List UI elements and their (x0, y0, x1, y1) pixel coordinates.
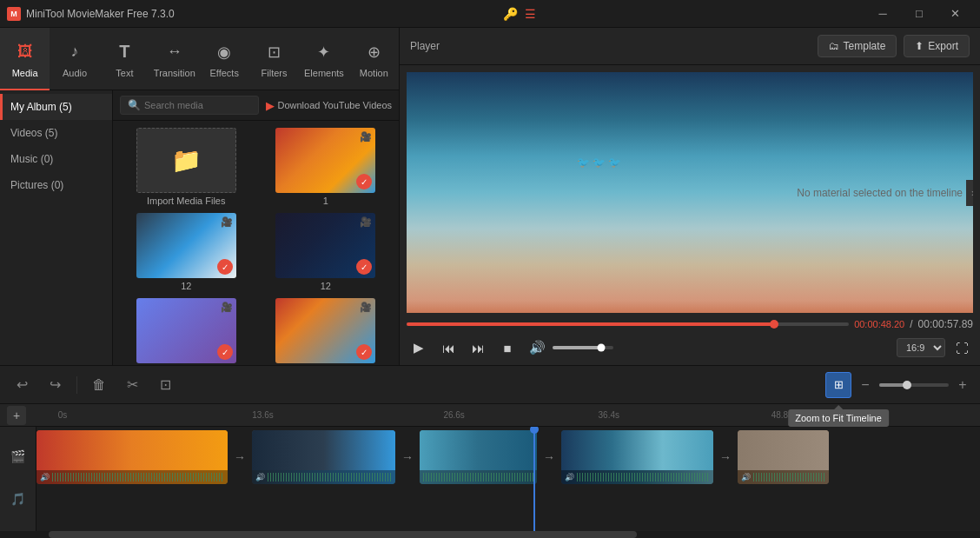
skip-to-start-button[interactable]: ⏮ (436, 335, 460, 360)
minimize-button[interactable]: ─ (865, 2, 900, 26)
right-panel: Player 🗂 Template ⬆ Export No material s… (400, 28, 980, 365)
volume-handle (598, 344, 606, 352)
audio-icon-5: 🔊 (741, 473, 751, 482)
audio-wave-5 (753, 473, 825, 482)
zoom-slider[interactable] (879, 383, 949, 387)
search-input[interactable] (144, 100, 251, 110)
audio-track-row (36, 488, 980, 514)
transition-4[interactable]: → (715, 430, 736, 484)
tab-elements[interactable]: ✦ Elements (299, 28, 348, 90)
tab-elements-label: Elements (304, 68, 344, 78)
tab-motion-label: Motion (360, 68, 388, 78)
maximize-button[interactable]: □ (902, 2, 937, 26)
media-item-partial[interactable]: 🎥 ✓ (260, 298, 393, 365)
volume-button[interactable]: 🔊 (525, 335, 549, 360)
check-badge-1: ✓ (356, 174, 372, 189)
timeline-tracks: 🎬 🎵 🔊 → 🔊 (0, 427, 980, 531)
media-item-ocean[interactable]: 🎥 ✓ 12 (260, 213, 393, 291)
label-1: 1 (323, 196, 328, 206)
volume-row: 🔊 (525, 335, 613, 360)
import-thumb: 📁 (136, 128, 236, 193)
check-badge-city: ✓ (217, 259, 233, 275)
expand-panel-button[interactable]: › (966, 180, 973, 206)
clip-4[interactable]: 🔊 (561, 430, 713, 484)
toolbar-right: ⊞ Zoom to Fit Timeline − + (825, 372, 971, 398)
import-media-item[interactable]: 📁 Import Media Files (120, 128, 253, 206)
transition-3[interactable]: → (539, 430, 560, 484)
media-item-1[interactable]: 🎥 ✓ 1 (260, 128, 393, 206)
volume-slider[interactable] (553, 346, 613, 349)
stop-button[interactable]: ■ (495, 335, 520, 360)
export-icon: ⬆ (915, 40, 924, 52)
clip-5[interactable]: 🔊 (738, 430, 829, 484)
elements-tab-icon: ✦ (312, 40, 336, 64)
main-area: 🖼 Media ♪ Audio T Text ↔ Transition ◉ Ef… (0, 28, 980, 365)
tab-filters-label: Filters (262, 68, 288, 78)
close-button[interactable]: ✕ (938, 2, 973, 26)
add-track-button[interactable]: + (7, 406, 26, 425)
left-panel: 🖼 Media ♪ Audio T Text ↔ Transition ◉ Ef… (0, 28, 400, 365)
sidebar-item-music[interactable]: Music (0) (0, 146, 112, 172)
ruler-26s: 26.6s (443, 410, 464, 420)
tab-motion[interactable]: ⊕ Motion (349, 28, 399, 90)
tab-audio[interactable]: ♪ Audio (50, 28, 99, 90)
transition-2[interactable]: → (397, 430, 418, 484)
clip-2[interactable]: 🔊 (252, 430, 395, 484)
search-icon: 🔍 (128, 99, 141, 111)
clip-4-thumb (561, 430, 713, 470)
search-box[interactable]: 🔍 (120, 96, 259, 115)
horizontal-scrollbar[interactable] (0, 531, 980, 538)
tabs-bar: 🖼 Media ♪ Audio T Text ↔ Transition ◉ Ef… (0, 28, 399, 90)
clip-1[interactable]: 🔊 (36, 430, 228, 484)
crop-button[interactable]: ⊡ (152, 372, 178, 398)
progress-bar[interactable] (407, 322, 849, 326)
delete-button[interactable]: 🗑 (86, 372, 112, 398)
label-ocean: 12 (321, 281, 331, 291)
tab-text[interactable]: T Text (100, 28, 149, 90)
undo-button[interactable]: ↩ (9, 372, 35, 398)
video-icon: 🎥 (360, 131, 372, 143)
app-title: MiniTool MovieMaker Free 7.3.0 (26, 8, 175, 20)
aspect-ratio-select[interactable]: 16:9 9:16 1:1 (897, 338, 945, 357)
tab-filters[interactable]: ⊡ Filters (249, 28, 299, 90)
clip-5-audio: 🔊 (738, 470, 829, 484)
player-title: Player (410, 40, 440, 52)
export-button[interactable]: ⬆ Export (904, 35, 970, 57)
media-item-city[interactable]: 🎥 ✓ 12 (120, 213, 253, 291)
sub-panel: My Album (5) Videos (5) Music (0) Pictur… (0, 90, 399, 365)
sidebar-item-videos[interactable]: Videos (5) (0, 120, 112, 146)
transition-1[interactable]: → (229, 430, 250, 484)
import-label: Import Media Files (147, 196, 225, 206)
menu-icon[interactable]: ☰ (525, 7, 536, 21)
track-content: 🔊 → 🔊 → (36, 427, 980, 531)
cut-button[interactable]: ✂ (119, 372, 145, 398)
audio-tab-icon: ♪ (63, 40, 87, 64)
template-icon: 🗂 (829, 40, 839, 52)
zoom-out-button[interactable]: − (857, 376, 874, 394)
media-toolbar: 🔍 ▶ Download YouTube Videos (113, 90, 399, 121)
ruler-13s: 13.6s (252, 410, 273, 420)
player-area: No material selected on the timeline › 0… (400, 65, 980, 365)
template-button[interactable]: 🗂 Template (818, 35, 897, 57)
thumb-partial: 🎥 ✓ (275, 298, 375, 363)
media-tab-icon: 🖼 (13, 40, 37, 64)
redo-button[interactable]: ↪ (42, 372, 68, 398)
tab-effects[interactable]: ◉ Effects (200, 28, 249, 90)
audio-icon-2: 🔊 (255, 473, 265, 482)
download-youtube-button[interactable]: ▶ Download YouTube Videos (266, 99, 393, 112)
video-track: 🔊 → 🔊 → (36, 427, 980, 488)
titlebar: M MiniTool MovieMaker Free 7.3.0 🔑 ☰ ─ □… (0, 0, 980, 28)
clip-3[interactable] (420, 430, 537, 484)
notification-icon[interactable]: 🔑 (503, 7, 518, 21)
tab-transition[interactable]: ↔ Transition (149, 28, 199, 90)
sidebar-item-my-album[interactable]: My Album (5) (0, 94, 112, 120)
progress-fill (407, 322, 774, 326)
tab-media[interactable]: 🖼 Media (0, 28, 50, 90)
skip-next-button[interactable]: ⏭ (466, 335, 490, 360)
sidebar-item-pictures[interactable]: Pictures (0) (0, 172, 112, 198)
zoom-in-button[interactable]: + (954, 376, 971, 394)
play-button[interactable]: ▶ (407, 335, 431, 360)
media-item-beach[interactable]: 🎥 ✓ (120, 298, 253, 365)
fullscreen-button[interactable]: ⛶ (950, 336, 973, 359)
zoom-fit-button[interactable]: ⊞ Zoom to Fit Timeline (825, 372, 851, 398)
